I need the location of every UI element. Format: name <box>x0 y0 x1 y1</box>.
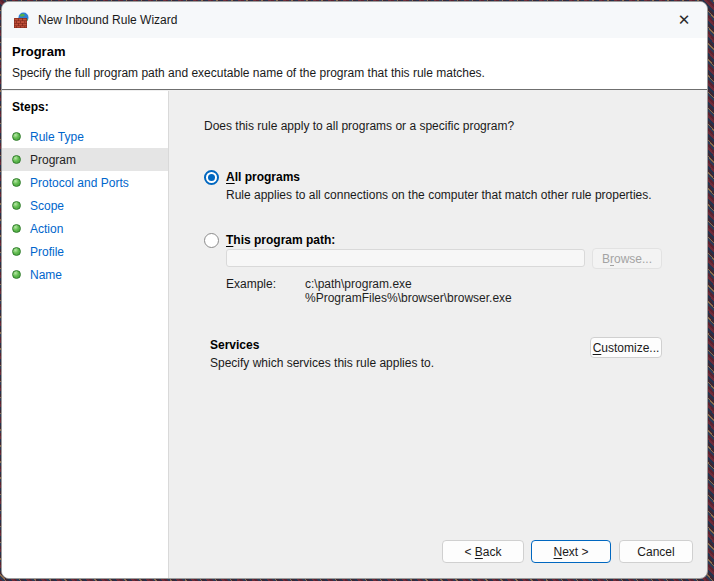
step-bullet-icon <box>12 132 21 141</box>
sidebar-item-label: Scope <box>30 199 64 213</box>
button-text: B <box>602 252 610 266</box>
steps-list: Rule Type Program Protocol and Ports Sco… <box>2 125 168 286</box>
new-inbound-rule-wizard-window: New Inbound Rule Wizard ✕ Program Specif… <box>1 1 708 579</box>
button-mnemonic: B <box>475 545 483 559</box>
cancel-button[interactable]: Cancel <box>619 540 693 563</box>
program-path-input[interactable] <box>226 249 585 267</box>
steps-sidebar: Steps: Rule Type Program Protocol and Po… <box>2 91 169 579</box>
step-bullet-icon <box>12 201 21 210</box>
main-panel: Does this rule apply to all programs or … <box>170 91 708 579</box>
close-icon: ✕ <box>678 11 691 29</box>
sidebar-item-scope[interactable]: Scope <box>2 194 168 217</box>
example-path-2: %ProgramFiles%\browser\browser.exe <box>305 291 512 305</box>
button-mnemonic: N <box>553 545 562 559</box>
step-bullet-icon <box>12 270 21 279</box>
step-bullet-icon <box>12 247 21 256</box>
step-bullet-icon <box>12 155 21 164</box>
sidebar-item-label: Protocol and Ports <box>30 176 129 190</box>
step-bullet-icon <box>12 178 21 187</box>
sidebar-item-protocol-and-ports[interactable]: Protocol and Ports <box>2 171 168 194</box>
wizard-page-header: Program Specify the full program path an… <box>2 38 707 90</box>
all-programs-label[interactable]: All programs <box>226 170 300 184</box>
all-programs-description: Rule applies to all connections on the c… <box>226 188 652 202</box>
next-button[interactable]: Next > <box>531 540 611 563</box>
button-text: ustomize... <box>601 341 659 355</box>
label-text: his program path: <box>233 233 335 247</box>
sidebar-item-label: Rule Type <box>30 130 84 144</box>
page-title: Program <box>12 44 697 59</box>
close-button[interactable]: ✕ <box>667 4 701 36</box>
sidebar-item-name[interactable]: Name <box>2 263 168 286</box>
all-programs-radio[interactable] <box>204 170 219 185</box>
button-text: < <box>464 545 474 559</box>
sidebar-item-label: Action <box>30 222 63 236</box>
button-text: Cancel <box>637 545 674 559</box>
label-mnemonic: A <box>226 170 235 184</box>
desktop-background: New Inbound Rule Wizard ✕ Program Specif… <box>0 0 714 581</box>
sidebar-item-action[interactable]: Action <box>2 217 168 240</box>
firewall-icon <box>14 12 30 28</box>
sidebar-item-rule-type[interactable]: Rule Type <box>2 125 168 148</box>
example-label: Example: <box>226 277 276 291</box>
button-mnemonic: C <box>593 341 602 355</box>
question-text: Does this rule apply to all programs or … <box>204 119 514 133</box>
step-bullet-icon <box>12 224 21 233</box>
sidebar-item-label: Program <box>30 153 76 167</box>
customize-button[interactable]: Customize... <box>590 337 662 358</box>
button-text: owse... <box>614 252 652 266</box>
sidebar-item-profile[interactable]: Profile <box>2 240 168 263</box>
sidebar-item-label: Profile <box>30 245 64 259</box>
label-text: ll programs <box>235 170 300 184</box>
program-path-radio[interactable] <box>204 233 219 248</box>
back-button[interactable]: < Back <box>442 540 524 563</box>
wizard-body: Steps: Rule Type Program Protocol and Po… <box>2 91 708 579</box>
button-text: ack <box>483 545 502 559</box>
button-text: ext > <box>562 545 588 559</box>
example-path-1: c:\path\program.exe <box>305 277 412 291</box>
title-bar: New Inbound Rule Wizard ✕ <box>2 2 707 38</box>
browse-button[interactable]: Browse... <box>592 248 662 269</box>
services-title: Services <box>210 338 259 352</box>
sidebar-item-label: Name <box>30 268 62 282</box>
window-title: New Inbound Rule Wizard <box>38 13 177 27</box>
services-description: Specify which services this rule applies… <box>210 356 434 370</box>
program-path-label[interactable]: This program path: <box>226 233 335 247</box>
steps-heading: Steps: <box>2 91 168 114</box>
page-description: Specify the full program path and execut… <box>12 66 697 80</box>
sidebar-item-program[interactable]: Program <box>2 148 168 171</box>
